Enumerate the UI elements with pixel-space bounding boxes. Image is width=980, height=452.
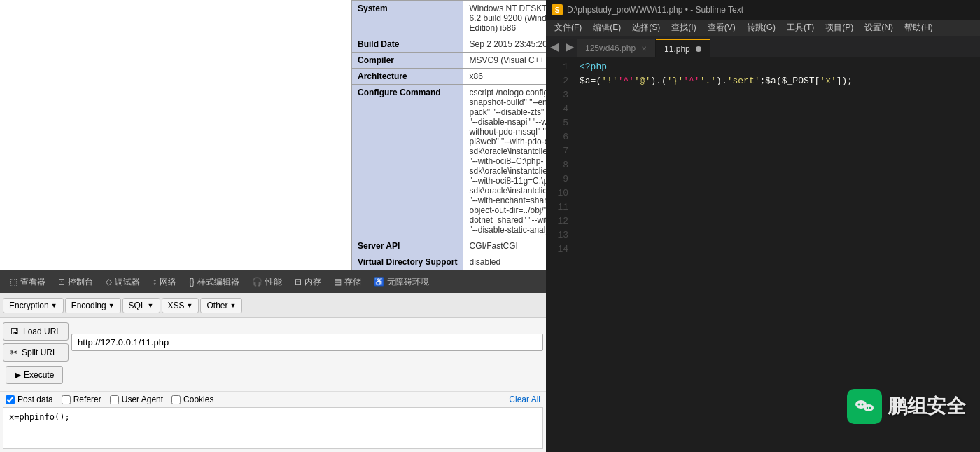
configure-label: Configure Command	[352, 85, 463, 238]
other-menu[interactable]: Other ▼	[200, 298, 242, 313]
menu-selection[interactable]: 选择(S)	[626, 20, 666, 35]
sql-label: SQL	[129, 301, 146, 310]
arch-value: x86	[463, 69, 546, 85]
hackbar-toolbar: Encryption ▼ Encoding ▼ SQL ▼ XSS ▼	[0, 293, 546, 318]
sublime-titlebar: S D:\phpstudy_pro\WWW\11.php • - Sublime…	[546, 0, 980, 20]
sublime-title: D:\phpstudy_pro\WWW\11.php • - Sublime T…	[567, 5, 743, 15]
referer-label-text: Referer	[74, 395, 102, 404]
watermark-text: 鹏组安全	[888, 393, 966, 420]
split-url-icon: ✂	[10, 348, 18, 357]
cookies-label-text: Cookies	[183, 395, 214, 404]
post-data-textarea[interactable]: x=phpinfo();	[3, 407, 543, 449]
tab-nav-next[interactable]: ▶	[563, 36, 577, 57]
devtools-bar: ⬚ 查看器 ⊡ 控制台 ◇ 调试器 ↕ 网络 {} 样式编辑器	[0, 270, 546, 293]
devtools-performance[interactable]: 🎧 性能	[246, 273, 288, 291]
clear-all-button[interactable]: Clear All	[509, 395, 540, 404]
tab-11php[interactable]: 11.php	[656, 39, 710, 57]
referer-checkbox[interactable]	[62, 395, 71, 404]
url-input[interactable]	[71, 334, 543, 351]
devtools-style-editor[interactable]: {} 样式编辑器	[183, 273, 245, 291]
load-url-label: Load URL	[23, 327, 61, 336]
other-label: Other	[206, 301, 227, 310]
code-line-2: $a=('!''^''@').('}''^''.').'sert';$a($_P…	[580, 74, 974, 88]
svg-point-1	[858, 404, 860, 406]
xss-menu[interactable]: XSS ▼	[162, 298, 200, 313]
accessibility-icon: ♿	[374, 277, 384, 287]
tab-125wd46-close-icon[interactable]: ✕	[641, 45, 647, 53]
debugger-icon: ◇	[106, 277, 112, 287]
cookies-checkbox-label[interactable]: Cookies	[172, 395, 214, 404]
code-line-3	[580, 88, 974, 102]
menu-find[interactable]: 查找(I)	[666, 20, 701, 35]
line-numbers: 12345 678910 11121314	[546, 57, 574, 452]
configure-value: cscript /nologo configure.js "--enable-s…	[463, 85, 546, 238]
referer-checkbox-label[interactable]: Referer	[62, 395, 102, 404]
virtualdir-label: Virtual Directory Support	[352, 254, 463, 270]
table-row: Architecture x86	[352, 69, 547, 85]
menu-view[interactable]: 查看(V)	[702, 20, 741, 35]
code-line-12	[580, 214, 974, 228]
sql-chevron-icon: ▼	[148, 302, 154, 309]
serverapi-value: CGI/FastCGI	[463, 238, 546, 254]
user-agent-checkbox[interactable]	[110, 395, 119, 404]
console-label: 控制台	[68, 276, 93, 288]
menu-file[interactable]: 文件(F)	[549, 20, 587, 35]
compiler-value: MSVC9 (Visual C++ 2008)	[463, 53, 546, 69]
code-line-5	[580, 116, 974, 130]
split-url-label: Split URL	[22, 348, 57, 357]
menu-help[interactable]: 帮助(H)	[899, 20, 939, 35]
devtools-memory[interactable]: ⊟ 内存	[289, 273, 327, 291]
devtools-console[interactable]: ⊡ 控制台	[52, 273, 99, 291]
perf-label: 性能	[265, 276, 282, 288]
table-row: Build Date Sep 2 2015 23:45:20	[352, 36, 547, 53]
encoding-menu[interactable]: Encoding ▼	[65, 298, 121, 313]
menu-preferences[interactable]: 设置(N)	[859, 20, 899, 35]
svg-point-2	[862, 404, 864, 406]
menu-goto[interactable]: 转跳(G)	[741, 20, 781, 35]
devtools-debugger[interactable]: ◇ 调试器	[100, 273, 146, 291]
menu-edit[interactable]: 编辑(E)	[587, 20, 626, 35]
table-row: Configure Command cscript /nologo config…	[352, 85, 547, 238]
compiler-label: Compiler	[352, 53, 463, 69]
wechat-icon	[847, 389, 882, 424]
table-row: Compiler MSVC9 (Visual C++ 2008)	[352, 53, 547, 69]
storage-label: 存储	[344, 276, 361, 288]
code-line-14	[580, 242, 974, 256]
cookies-checkbox[interactable]	[172, 395, 181, 404]
tab-125wd46-label: 125wd46.php	[585, 43, 636, 53]
storage-icon: ▤	[334, 277, 342, 287]
post-data-checkbox-label[interactable]: Post data	[6, 395, 53, 404]
execute-button[interactable]: ▶ Execute	[6, 366, 63, 384]
sql-menu[interactable]: SQL ▼	[122, 298, 160, 313]
virtualdir-value: disabled	[463, 254, 546, 270]
code-line-4	[580, 102, 974, 116]
memory-icon: ⊟	[295, 277, 302, 287]
devtools-inspector[interactable]: ⬚ 查看器	[4, 273, 51, 291]
execute-icon: ▶	[15, 370, 21, 380]
watermark: 鹏组安全	[847, 389, 966, 424]
load-url-button[interactable]: 🖫 Load URL	[3, 322, 69, 341]
style-icon: {}	[189, 277, 195, 287]
devtools-network[interactable]: ↕ 网络	[147, 273, 182, 291]
post-data-checkbox[interactable]	[6, 395, 15, 404]
encryption-menu[interactable]: Encryption ▼	[3, 298, 64, 313]
code-line-9	[580, 172, 974, 186]
svg-point-3	[864, 404, 874, 411]
menu-project[interactable]: 项目(P)	[820, 20, 859, 35]
arch-label: Architecture	[352, 69, 463, 85]
menu-tools[interactable]: 工具(T)	[781, 20, 820, 35]
user-agent-label-text: User Agent	[122, 395, 163, 404]
code-line-10	[580, 186, 974, 200]
inspector-icon: ⬚	[10, 277, 18, 287]
devtools-accessibility[interactable]: ♿ 无障碍环境	[368, 273, 435, 291]
tab-125wd46[interactable]: 125wd46.php ✕	[577, 39, 656, 57]
split-url-button[interactable]: ✂ Split URL	[3, 343, 69, 362]
table-row: System Windows NT DESKTOP-ARKRVHS 6.2 bu…	[352, 1, 547, 36]
phpinfo-table: System Windows NT DESKTOP-ARKRVHS 6.2 bu…	[351, 0, 546, 270]
tab-nav-prev[interactable]: ◀	[546, 36, 563, 57]
user-agent-checkbox-label[interactable]: User Agent	[110, 395, 163, 404]
inspector-label: 查看器	[20, 276, 46, 288]
encryption-chevron-icon: ▼	[51, 302, 57, 309]
table-row: Server API CGI/FastCGI	[352, 238, 547, 254]
devtools-storage[interactable]: ▤ 存储	[328, 273, 367, 291]
